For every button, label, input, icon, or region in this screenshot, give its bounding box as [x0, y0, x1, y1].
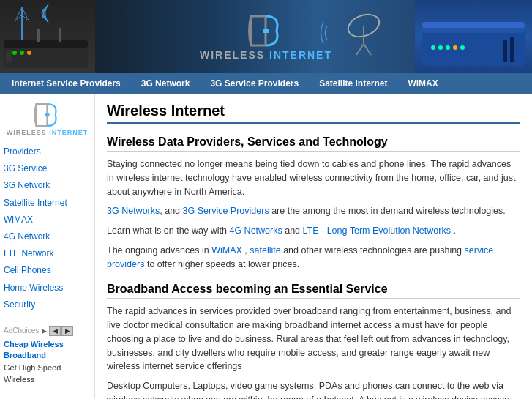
svg-point-21	[431, 45, 435, 50]
link-3g-networks[interactable]: 3G Networks	[107, 206, 160, 216]
sidebar-link-security[interactable]: Security	[4, 297, 91, 313]
sidebar-logo: WIRELESS INTERNET	[4, 101, 91, 136]
svg-line-16	[356, 44, 364, 55]
ad-prev-button[interactable]: ◀	[49, 326, 61, 336]
banner-logo-text: WIRELESS INTERNET	[200, 49, 332, 61]
sidebar: WIRELESS INTERNET Providers 3G Service 3…	[0, 94, 95, 399]
sidebar-link-4g[interactable]: 4G Network	[4, 228, 91, 245]
sidebar-link-satellite[interactable]: Satellite Internet	[4, 195, 91, 212]
ad-sub-text: Get High Speed Wireless	[4, 363, 61, 384]
svg-point-2	[12, 51, 17, 55]
section2-para1: The rapid advances in services provided …	[107, 305, 520, 373]
section1-para4-prefix: The ongoing advances in	[107, 245, 211, 256]
banner-logo: WIRELESS INTERNET	[200, 12, 332, 61]
link-wimax[interactable]: WiMAX	[211, 245, 242, 256]
svg-line-17	[364, 44, 371, 55]
svg-point-22	[438, 45, 443, 50]
page-title: Wireless Internet	[107, 102, 520, 124]
ad-choices-bar: AdChoices ▶ ◀ ▶	[4, 326, 91, 336]
sidebar-link-providers[interactable]: Providers	[4, 143, 91, 160]
main-layout: WIRELESS INTERNET Providers 3G Service 3…	[0, 94, 532, 399]
ad-icon: ▶	[42, 327, 47, 335]
svg-rect-7	[59, 28, 61, 42]
router-device-image	[0, 0, 95, 73]
svg-rect-20	[422, 22, 525, 28]
section1-para3: Learn what is on the way with 4G Network…	[107, 224, 520, 238]
nav-bar: Internet Service Providers 3G Network 3G…	[0, 73, 532, 94]
sidebar-link-wimax[interactable]: WiMAX	[4, 212, 91, 228]
content-area: Wireless Internet Wireless Data Provider…	[95, 94, 532, 399]
section1-para3-mid: and	[285, 225, 302, 236]
svg-line-9	[15, 7, 22, 22]
svg-point-4	[27, 51, 31, 55]
svg-point-3	[20, 51, 24, 55]
svg-rect-1	[4, 40, 88, 48]
svg-line-10	[22, 7, 29, 22]
ad-next-button[interactable]: ▶	[61, 326, 73, 336]
sidebar-link-home-wireless[interactable]: Home Wireless	[4, 280, 91, 297]
section1-heading: Wireless Data Providers, Services and Te…	[107, 135, 520, 152]
nav-item-wimax[interactable]: WiMAX	[398, 73, 449, 94]
nav-item-satellite[interactable]: Satellite Internet	[309, 73, 397, 94]
section1-para2: 3G Networks, and 3G Service Providers ar…	[107, 204, 520, 218]
sidebar-nav: Providers 3G Service 3G Network Satellit…	[4, 143, 91, 313]
section1-para4: The ongoing advances in WiMAX , satellit…	[107, 244, 520, 272]
svg-point-25	[460, 45, 465, 50]
svg-rect-26	[503, 40, 507, 62]
sidebar-link-3g-service[interactable]: 3G Service	[4, 160, 91, 177]
link-lte[interactable]: LTE - Long Term Evolution Networks	[303, 225, 451, 236]
header-banner: WIRELESS INTERNET	[0, 0, 532, 73]
section1-para1: Staying connected no longer means being …	[107, 157, 520, 198]
nav-item-isp[interactable]: Internet Service Providers	[1, 73, 131, 94]
svg-rect-6	[37, 29, 40, 42]
link-4g-networks[interactable]: 4G Networks	[229, 225, 282, 236]
svg-rect-28	[45, 113, 50, 117]
section2-heading: Broadband Access becoming an Essential S…	[107, 283, 520, 299]
nav-item-3g-network[interactable]: 3G Network	[131, 73, 201, 94]
sidebar-link-3g-network[interactable]: 3G Network	[4, 177, 91, 194]
sidebar-logo-text: WIRELESS INTERNET	[7, 129, 89, 136]
svg-rect-5	[6, 50, 12, 63]
link-satellite[interactable]: satellite	[250, 245, 280, 256]
blue-router-image	[415, 0, 532, 73]
section1-para2-suffix: are the among the most in demand wireles…	[271, 206, 506, 216]
svg-rect-13	[263, 29, 269, 33]
section1-para3-suffix: .	[453, 225, 455, 236]
section1-para3-prefix: Learn what is on the way with	[107, 225, 229, 236]
sidebar-link-cell-phones[interactable]: Cell Phones	[4, 262, 91, 279]
ad-section: AdChoices ▶ ◀ ▶ Cheap Wireless Broadband…	[4, 321, 91, 386]
sidebar-link-lte[interactable]: LTE Network	[4, 245, 91, 262]
nav-item-3g-service[interactable]: 3G Service Providers	[200, 73, 309, 94]
ad-choices-label: AdChoices	[4, 327, 39, 335]
section1-para4-suffix: to offer higher speeds at lower prices.	[147, 259, 299, 269]
svg-rect-27	[510, 37, 514, 62]
section2-para2: Desktop Computers, Laptops, video game s…	[107, 379, 520, 399]
section1-para4-mid2: and other wireless technologies are push…	[283, 245, 464, 256]
link-3g-service-providers[interactable]: 3G Service Providers	[183, 206, 269, 216]
svg-point-24	[453, 45, 457, 50]
ad-link-cheap-wireless[interactable]: Cheap Wireless Broadband	[4, 339, 91, 362]
svg-point-23	[446, 45, 450, 50]
